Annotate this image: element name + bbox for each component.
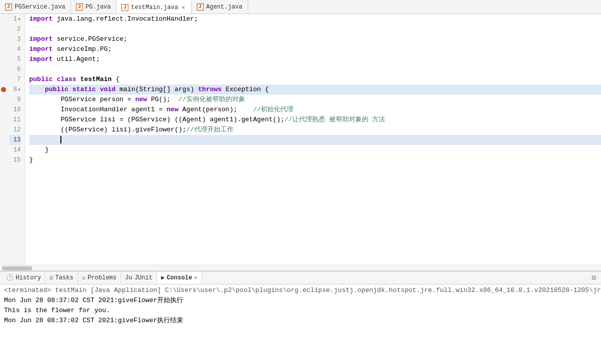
code-line-5: import util.Agent; [29, 54, 601, 64]
editor-hscroll[interactable] [0, 265, 601, 271]
line-num-9: 9 [9, 95, 21, 105]
hscroll-thumb[interactable] [2, 266, 32, 270]
line-num-4: 4 [9, 44, 21, 54]
java-icon: J [197, 4, 204, 11]
tab-label: PG.java [86, 4, 111, 11]
java-icon: J [76, 4, 83, 11]
junit-icon: Ju [125, 274, 132, 281]
code-line-1: import java.lang.reflect.InvocationHandl… [29, 14, 601, 24]
code-line-6 [29, 64, 601, 75]
tab-label: PGService.java [15, 4, 65, 11]
tab-history-label: History [16, 274, 41, 281]
line-num-7: 7 [9, 75, 21, 85]
code-line-10: InvocationHandler agent1 = new Agent(per… [29, 105, 601, 115]
tab-junit[interactable]: Ju JUnit [121, 271, 157, 284]
line-num-15: 15 [9, 155, 21, 165]
line-num-6: 6 [9, 64, 21, 75]
line-num-2: 2 [9, 24, 21, 34]
tab-problems-label: Problems [88, 274, 117, 281]
tab-console[interactable]: ▶ Console ✕ [157, 271, 202, 284]
breakpoint-dot [1, 87, 6, 92]
code-line-7: public class testMain { [29, 75, 601, 85]
console-output-1: Mon Jun 28 08:37:02 CST 2021:giveFlower开… [4, 296, 597, 306]
console-icon: ▶ [161, 274, 165, 281]
tab-agent[interactable]: J Agent.java [192, 0, 248, 14]
tab-label: Agent.java [206, 4, 243, 11]
close-icon[interactable]: ✕ [181, 4, 186, 11]
code-line-12: ((PGService) lisi).giveFlower();//代理开始工作 [29, 125, 601, 135]
code-line-3: import service.PGService; [29, 34, 601, 44]
tab-tasks[interactable]: ☑ Tasks [45, 271, 78, 284]
tasks-icon: ☑ [49, 274, 53, 281]
tab-junit-label: JUnit [134, 274, 153, 281]
java-icon: J [5, 4, 12, 11]
code-line-11: PGService lisi = (PGService) ((Agent) ag… [29, 115, 601, 125]
code-line-15: } [29, 155, 601, 165]
problems-icon: ⚠ [82, 274, 86, 281]
tab-testmain[interactable]: J testMain.java ✕ [116, 0, 191, 14]
line-num-12: 12 [9, 125, 21, 135]
console-close-icon[interactable]: ✕ [194, 274, 198, 281]
tab-label: testMain.java [131, 4, 178, 11]
tab-tasks-label: Tasks [55, 274, 73, 281]
editor-area: 1◂ 2 3 4 5 6 7 8◂ 9 10 11 12 13 14 15 im… [0, 14, 601, 271]
tab-console-label: Console [167, 274, 192, 281]
line-numbers: 1◂ 2 3 4 5 6 7 8◂ 9 10 11 12 13 14 15 [7, 14, 25, 265]
tab-bar: J PGService.java J PG.java J testMain.ja… [0, 0, 601, 14]
breakpoint-line8 [0, 85, 7, 95]
console-body: <terminated> testMain [Java Application]… [0, 284, 601, 364]
code-line-8: public static void main(String[] args) t… [29, 85, 601, 95]
breakpoint-area [0, 14, 7, 265]
tab-history[interactable]: 🕐 History [2, 271, 45, 284]
code-line-4: import serviceImp.PG; [29, 44, 601, 54]
maximize-button[interactable]: ⊡ [589, 273, 599, 282]
bottom-tab-bar: 🕐 History ☑ Tasks ⚠ Problems Ju JUnit ▶ … [0, 271, 601, 284]
console-output-2: This is the flower for you. [4, 306, 597, 316]
code-line-13 [29, 135, 601, 145]
tab-pgservice[interactable]: J PGService.java [0, 0, 71, 14]
console-output-3: Mon Jun 28 08:37:02 CST 2021:giveFlower执… [4, 316, 597, 326]
line-num-10: 10 [9, 105, 21, 115]
code-line-2 [29, 24, 601, 34]
code-line-9: PGService person = new PG(); //实例化被帮助的对象 [29, 95, 601, 105]
line-num-8: 8◂ [9, 85, 21, 95]
bottom-panel: 🕐 History ☑ Tasks ⚠ Problems Ju JUnit ▶ … [0, 271, 601, 364]
line-num-13: 13 [9, 135, 21, 145]
code-container: 1◂ 2 3 4 5 6 7 8◂ 9 10 11 12 13 14 15 im… [0, 14, 601, 265]
console-terminated-line: <terminated> testMain [Java Application]… [4, 285, 597, 296]
history-icon: 🕐 [6, 274, 14, 281]
code-content[interactable]: import java.lang.reflect.InvocationHandl… [25, 14, 601, 265]
line-num-11: 11 [9, 115, 21, 125]
tab-pg[interactable]: J PG.java [71, 0, 116, 14]
java-icon: J [121, 4, 128, 11]
tab-problems[interactable]: ⚠ Problems [78, 271, 121, 284]
line-num-14: 14 [9, 145, 21, 155]
line-num-5: 5 [9, 54, 21, 64]
line-num-1: 1◂ [9, 14, 21, 24]
code-line-14: } [29, 145, 601, 155]
line-num-3: 3 [9, 34, 21, 44]
